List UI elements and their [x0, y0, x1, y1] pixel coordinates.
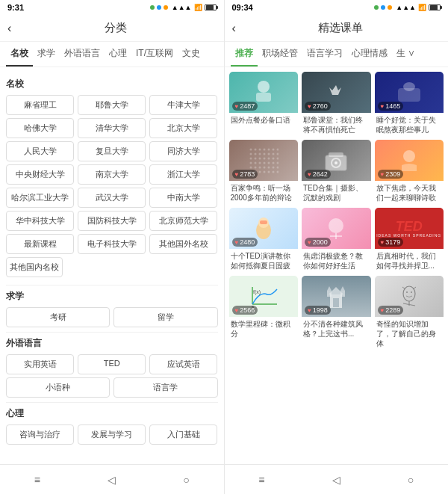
course-card-7[interactable]: ♥ 2480 十个TED演讲教你如何抵御夏日固疲 [229, 208, 299, 272]
tab-study[interactable]: 求学 [33, 42, 60, 67]
dot-blue-left [157, 5, 161, 10]
course-meta-3: 睡个好觉：关于失眠熬夜那些事儿 [375, 113, 444, 136]
tag-hust[interactable]: 华中科技大学 [6, 211, 74, 231]
course-meta-6: 放下焦虑，今天我们一起来聊聊诗歌 [375, 181, 444, 204]
like-badge-11: ♥ 1998 [305, 306, 331, 315]
nav-home-right[interactable]: ○ [373, 474, 448, 486]
tag-other-domestic[interactable]: 其他国内名校 [6, 257, 63, 277]
like-badge-9: ♥ 3179 [378, 238, 404, 247]
tab-literature[interactable]: 文史 [178, 42, 205, 67]
status-bar-right: 09:34 ▲▲▲ 📶 [225, 0, 449, 15]
tag-study-abroad[interactable]: 留学 [113, 307, 217, 327]
course-card-8[interactable]: ♥ 2000 焦虑消极疲惫？教你如何好好生活 [302, 208, 371, 272]
course-row-4: f(x) s ♥ 2566 数学里程碑：微积分 [229, 276, 444, 350]
tag-hit[interactable]: 哈尔滨工业大学 [6, 188, 74, 208]
course-card-6[interactable]: ♥ 2309 放下焦虑，今天我们一起来聊聊诗歌 [375, 140, 444, 204]
tag-ted[interactable]: TED [78, 354, 146, 374]
tag-postgrad[interactable]: 考研 [6, 307, 110, 327]
nav-menu-left[interactable]: ≡ [0, 474, 75, 486]
course-card-5[interactable]: ♥ 2642 TED合集｜摄影、沉默的戏剧 [302, 140, 371, 204]
battery-right [429, 4, 441, 10]
like-badge-8: ♥ 2000 [305, 238, 331, 247]
school-grid-5: 哈尔滨工业大学 武汉大学 中南大学 [6, 188, 218, 208]
tag-bnu[interactable]: 北京师范大学 [149, 211, 217, 231]
course-meta-1: 国外点餐必备口语 [229, 113, 299, 126]
tab-foreign-lang[interactable]: 外语语言 [60, 42, 105, 67]
back-button-right[interactable]: ‹ [232, 20, 240, 37]
section-title-study: 求学 [6, 290, 218, 303]
tag-cufe[interactable]: 中央财经大学 [6, 164, 74, 185]
section-title-lang: 外语语言 [6, 337, 218, 350]
thumb-6: ♥ 2309 [375, 140, 444, 181]
like-badge-7: ♥ 2480 [232, 238, 258, 247]
tab-recommend[interactable]: 推荐 [231, 42, 258, 67]
back-button-left[interactable]: ‹ [7, 20, 16, 37]
header-left: ‹ 分类 [0, 15, 224, 42]
nav-back-left[interactable]: ◁ [75, 474, 149, 486]
heart-icon-6: ♥ [381, 171, 385, 178]
svg-point-14 [329, 218, 343, 233]
tag-latest[interactable]: 最新课程 [6, 234, 74, 254]
course-card-9[interactable]: TED IDEAS WORTH SPREADING ♥ 3179 后真相时代，我… [375, 208, 444, 272]
thumb-4: ♥ 2783 [229, 140, 299, 181]
tab-famous-school[interactable]: 名校 [6, 42, 33, 67]
heart-icon-3: ♥ [381, 103, 385, 110]
tag-uestc[interactable]: 电子科技大学 [78, 234, 146, 254]
tag-nudt[interactable]: 国防科技大学 [78, 211, 146, 231]
heart-icon-12: ♥ [381, 307, 385, 314]
nav-home-left[interactable]: ○ [149, 474, 224, 486]
dot-green-left [150, 5, 155, 10]
ted-text: TED [376, 220, 441, 233]
tag-whu[interactable]: 武汉大学 [78, 188, 146, 208]
tag-nju[interactable]: 南京大学 [78, 164, 146, 185]
tag-counseling[interactable]: 咨询与治疗 [6, 424, 74, 445]
like-count-2: 2760 [313, 102, 328, 110]
tag-tsinghua[interactable]: 清华大学 [78, 118, 146, 138]
course-card-11[interactable]: ♥ 1998 分不清各种建筑风格？上完这书... [302, 276, 371, 350]
svg-marker-27 [340, 286, 345, 291]
like-badge-2: ♥ 2760 [305, 102, 331, 111]
nav-back-right[interactable]: ◁ [299, 474, 373, 486]
course-card-4[interactable]: ♥ 2783 百家争鸣：听一场2000多年前的辩论 [229, 140, 299, 204]
svg-text:f(x): f(x) [253, 289, 261, 295]
course-card-1[interactable]: ♥ 2487 国外点餐必备口语 [229, 72, 299, 136]
tag-mit[interactable]: 麻省理工 [6, 95, 74, 115]
tab-more[interactable]: 生 ∨ [392, 42, 420, 67]
tab-career[interactable]: 职场经管 [258, 42, 302, 67]
thumb-7: ♥ 2480 [229, 208, 299, 249]
course-card-10[interactable]: f(x) s ♥ 2566 数学里程碑：微积分 [229, 276, 299, 350]
nav-menu-right[interactable]: ≡ [225, 474, 299, 486]
thumb-2: ♥ 2760 [302, 72, 371, 113]
course-card-2[interactable]: ♥ 2760 耶鲁课堂：我们终将不再惧怕死亡 [302, 72, 371, 136]
signal-left: ▲▲▲ [172, 4, 192, 11]
course-card-12[interactable]: ♥ 2289 奇怪的知识增加了，了解自己的身体 [375, 276, 444, 350]
course-card-3[interactable]: ♥ 1465 睡个好觉：关于失眠熬夜那些事儿 [375, 72, 444, 136]
like-count-9: 3179 [385, 238, 400, 246]
tag-exam-english[interactable]: 应试英语 [149, 354, 217, 374]
tag-minor-lang[interactable]: 小语种 [6, 377, 110, 398]
tag-yale[interactable]: 耶鲁大学 [78, 95, 146, 115]
tag-zju[interactable]: 浙江大学 [149, 164, 217, 185]
tab-language[interactable]: 语言学习 [302, 42, 347, 67]
divider-2 [6, 332, 218, 333]
signal-right: ▲▲▲ [396, 4, 416, 11]
like-badge-5: ♥ 2642 [305, 170, 331, 179]
tab-psychology[interactable]: 心理 [105, 42, 131, 67]
tab-emotion[interactable]: 心理情感 [347, 42, 392, 67]
tag-linguistics[interactable]: 语言学 [113, 377, 217, 398]
divider-3 [6, 402, 218, 403]
tag-fudan[interactable]: 复旦大学 [78, 141, 146, 161]
tab-it[interactable]: IT/互联网 [131, 42, 178, 67]
tag-tongji[interactable]: 同济大学 [149, 141, 217, 161]
tag-pku[interactable]: 北京大学 [149, 118, 217, 138]
tag-harvard[interactable]: 哈佛大学 [6, 118, 74, 138]
tag-renmin[interactable]: 人民大学 [6, 141, 74, 161]
time-left: 9:31 [7, 3, 24, 12]
tag-csu[interactable]: 中南大学 [149, 188, 217, 208]
tag-development[interactable]: 发展与学习 [78, 424, 146, 445]
thumb-svg-2 [325, 81, 347, 104]
tag-practical-english[interactable]: 实用英语 [6, 354, 74, 374]
tag-other-foreign[interactable]: 其他国外名校 [149, 234, 217, 254]
tag-oxford[interactable]: 牛津大学 [149, 95, 217, 115]
tag-intro[interactable]: 入门基础 [149, 424, 217, 445]
